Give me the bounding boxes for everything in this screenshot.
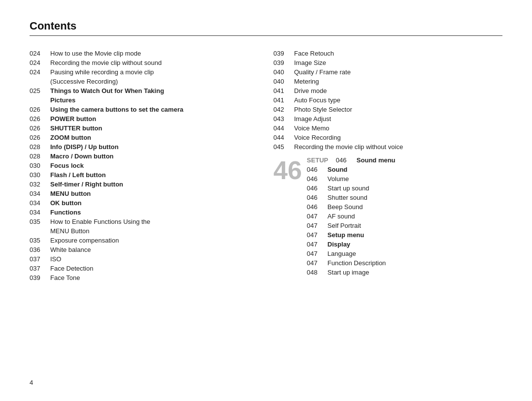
page-number: 036 (30, 246, 50, 253)
page-number: 028 (30, 143, 50, 151)
page-number: 046 (307, 194, 328, 201)
entry-text: Volume (328, 175, 349, 183)
page-number: 025 (30, 87, 50, 94)
entry-text: SHUTTER button (50, 124, 102, 132)
toc-entry: 028Info (DISP) / Up button (30, 143, 259, 151)
page-number: 034 (30, 209, 50, 216)
toc-entry: 026ZOOM button (30, 134, 259, 141)
entry-text: Display (328, 241, 350, 248)
footer-page-number: 4 (30, 379, 33, 386)
toc-entry: 044Voice Memo (273, 124, 502, 132)
page-number: 042 (273, 106, 294, 113)
toc-entry: 035Exposure compensation (30, 237, 259, 244)
toc-entry: 035How to Enable Functions Using the (30, 218, 259, 225)
entry-text: Using the camera buttons to set the came… (50, 106, 183, 113)
entry-text: Setup menu (328, 231, 364, 239)
right-column: 039Face Retouch039Image Size040Quality /… (273, 50, 502, 283)
page-number: 040 (273, 68, 294, 76)
entry-text: Metering (294, 78, 319, 85)
entry-text: Voice Recording (294, 134, 341, 141)
page-number: 040 (273, 78, 294, 85)
page-number: 035 (30, 218, 50, 225)
setup-entry: 047Function Description (307, 259, 502, 267)
toc-entry: 024Recording the movie clip without soun… (30, 59, 259, 66)
toc-entry: 041Auto Focus type (273, 96, 502, 104)
toc-entry: 037Face Detection (30, 265, 259, 272)
toc-entry: 043Image Adjust (273, 115, 502, 123)
page-number: 047 (307, 213, 328, 220)
page-number: 024 (30, 68, 50, 76)
page-number: 047 (307, 231, 328, 239)
entry-text: How to use the Movie clip mode (50, 50, 141, 57)
entry-text: Sound menu (357, 156, 396, 164)
toc-entry: 028Macro / Down button (30, 153, 259, 160)
page-number: 026 (30, 124, 50, 132)
toc-entry: 042Photo Style Selector (273, 106, 502, 113)
entry-text: Focus lock (50, 162, 84, 169)
entry-text: Info (DISP) / Up button (50, 143, 119, 151)
entry-text: Start up image (328, 269, 369, 276)
page-number: 030 (30, 162, 50, 169)
page-number: 039 (273, 50, 294, 57)
entry-text: Pausing while recording a movie clip (50, 68, 154, 76)
page-number: 047 (307, 259, 328, 267)
entry-text: Drive mode (294, 87, 327, 94)
setup-big-number: 46 (273, 157, 302, 183)
entry-text: MENU button (50, 190, 91, 197)
page-number: 048 (307, 269, 328, 276)
entry-text: Image Adjust (294, 115, 331, 123)
entry-text: Voice Memo (294, 124, 330, 132)
page-number: 024 (30, 50, 50, 57)
page-number: 041 (273, 87, 294, 94)
toc-indent-entry: Pictures (30, 96, 259, 104)
entry-text: Face Detection (50, 265, 93, 272)
page-number: 026 (30, 115, 50, 123)
entry-text: Language (328, 250, 356, 257)
entry-text: Quality / Frame rate (294, 68, 351, 76)
page-number: 047 (307, 241, 328, 248)
page-number: 046 (307, 175, 328, 183)
setup-entry: 046Beep Sound (307, 203, 502, 211)
entry-text: Recording the movie clip without voice (294, 143, 403, 151)
title-divider (30, 35, 502, 36)
page-number: 043 (273, 115, 294, 123)
entry-text: Face Retouch (294, 50, 334, 57)
toc-entry: 041Drive mode (273, 87, 502, 94)
page-number: 047 (307, 250, 328, 257)
toc-entry: 026SHUTTER button (30, 124, 259, 132)
page-title: Contents (30, 20, 502, 32)
entry-text: POWER button (50, 115, 96, 123)
entry-text: Face Tone (50, 274, 80, 281)
contents-layout: 024How to use the Movie clip mode024Reco… (30, 50, 502, 283)
entry-text: Auto Focus type (294, 96, 340, 104)
entry-text: Self-timer / Right button (50, 181, 123, 188)
setup-entry: 047Self Portrait (307, 222, 502, 229)
toc-indent-entry: MENU Button (30, 227, 259, 235)
setup-entry: 047Setup menu (307, 231, 502, 239)
entry-text: Things to Watch Out for When Taking (50, 87, 164, 94)
entry-text: AF sound (328, 213, 355, 220)
page-number: 046 (336, 156, 357, 164)
entry-text: Macro / Down button (50, 153, 114, 160)
page-number: 034 (30, 190, 50, 197)
page-number: 028 (30, 153, 50, 160)
setup-entry: 047AF sound (307, 213, 502, 220)
toc-entry: 030Focus lock (30, 162, 259, 169)
toc-entry: 024Pausing while recording a movie clip (30, 68, 259, 76)
toc-entry: 040Quality / Frame rate (273, 68, 502, 76)
toc-indent-entry: (Successive Recording) (30, 78, 259, 85)
setup-label: SETUP (307, 156, 334, 164)
setup-entry: 046Volume (307, 175, 502, 183)
toc-entry: 024How to use the Movie clip mode (30, 50, 259, 57)
toc-entry: 034Functions (30, 209, 259, 216)
toc-entry: 039Face Tone (30, 274, 259, 281)
entry-text: Function Description (328, 259, 386, 267)
entry-text: Exposure compensation (50, 237, 119, 244)
setup-entry: 046Shutter sound (307, 194, 502, 201)
entry-text: Beep Sound (328, 203, 363, 211)
page-number: 024 (30, 59, 50, 66)
toc-entry: 037ISO (30, 255, 259, 263)
toc-entry: 030Flash / Left button (30, 171, 259, 179)
toc-entry: 032Self-timer / Right button (30, 181, 259, 188)
page-number: 044 (273, 134, 294, 141)
